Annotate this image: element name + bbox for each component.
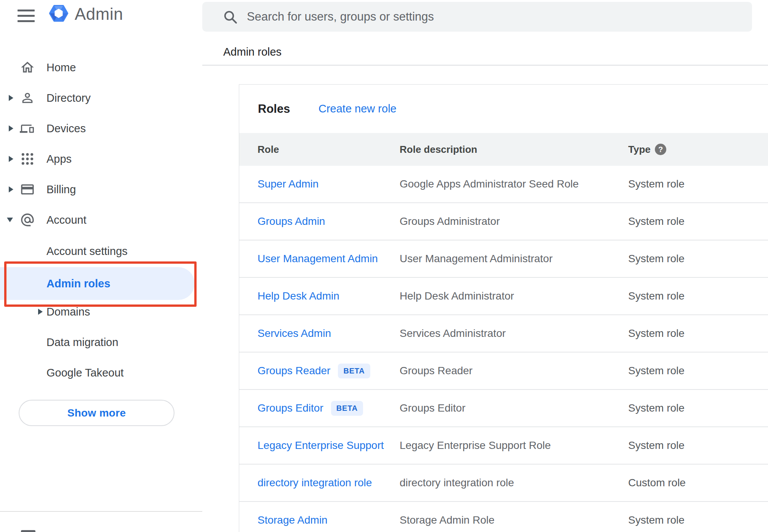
chevron-right-icon[interactable]	[9, 125, 13, 131]
billing-icon	[19, 181, 36, 198]
role-cell: Groups EditorBETA	[258, 390, 363, 426]
breadcrumb: Admin roles	[223, 46, 282, 58]
sidebar-item-label: Data migration	[46, 336, 118, 349]
role-type-cell: System role	[628, 502, 685, 532]
beta-badge: BETA	[331, 401, 363, 416]
column-header-type: Type	[628, 133, 651, 166]
role-cell: directory integration role	[258, 465, 372, 501]
role-description-cell: Google Apps Administrator Seed Role	[400, 166, 579, 202]
role-cell: Super Admin	[258, 166, 318, 202]
role-cell: Groups Admin	[258, 203, 325, 240]
sidebar-item-label: Account	[46, 214, 86, 226]
table-row-groups-admin: Groups AdminGroups AdministratorSystem r…	[239, 203, 768, 240]
sidebar-item-account-settings[interactable]: Account settings	[0, 236, 202, 266]
chevron-right-icon[interactable]	[9, 95, 13, 101]
sidebar-item-account[interactable]: Account	[0, 205, 202, 235]
sidebar-item-label: Devices	[46, 122, 86, 135]
content-divider	[202, 65, 768, 66]
sidebar-item-apps[interactable]: Apps	[0, 144, 202, 174]
role-type-cell: System role	[628, 278, 685, 314]
sidebar-item-label: Google Takeout	[46, 367, 124, 379]
role-type-cell: System role	[628, 427, 685, 464]
role-cell: Help Desk Admin	[258, 278, 339, 314]
sidebar-item-devices[interactable]: Devices	[0, 113, 202, 144]
role-description-cell: Groups Editor	[400, 390, 466, 426]
role-link[interactable]: Legacy Enterprise Support	[258, 439, 384, 452]
role-cell: Storage Admin	[258, 502, 328, 532]
directory-icon	[19, 90, 36, 106]
table-row-directory-integration-role: directory integration roledirectory inte…	[239, 465, 768, 502]
sidebar-divider	[0, 511, 202, 512]
role-description-cell: Groups Reader	[400, 353, 472, 389]
role-link[interactable]: Groups Reader	[258, 365, 330, 377]
search-icon	[222, 9, 238, 25]
beta-badge: BETA	[338, 364, 370, 378]
sidebar-item-label: Account settings	[46, 245, 128, 258]
partial-bottom-icon	[21, 530, 35, 532]
home-icon	[19, 59, 36, 76]
role-link[interactable]: Super Admin	[258, 178, 318, 190]
role-type-cell: Custom role	[628, 465, 686, 501]
sidebar-item-data-migration[interactable]: Data migration	[0, 327, 202, 357]
sidebar-item-label: Directory	[46, 92, 91, 104]
role-link[interactable]: Help Desk Admin	[258, 290, 339, 302]
card-title: Roles	[258, 85, 290, 133]
role-type-cell: System role	[628, 353, 685, 389]
sidebar-item-label: Billing	[46, 183, 76, 196]
sidebar-item-billing[interactable]: Billing	[0, 174, 202, 205]
column-header-role: Role	[258, 133, 279, 166]
role-link[interactable]: User Management Admin	[258, 253, 378, 265]
table-row-groups-editor: Groups EditorBETAGroups EditorSystem rol…	[239, 390, 768, 427]
sidebar-item-label: Domains	[46, 306, 90, 318]
role-description-cell: Help Desk Administrator	[400, 278, 514, 314]
table-header: Role Role description Type ?	[239, 133, 768, 166]
role-description-cell: directory integration role	[400, 465, 514, 501]
role-link[interactable]: Groups Editor	[258, 402, 323, 414]
chevron-right-icon[interactable]	[9, 156, 13, 162]
role-cell: Legacy Enterprise Support	[258, 427, 384, 464]
sidebar-item-home[interactable]: Home	[0, 52, 202, 83]
role-type-cell: System role	[628, 240, 685, 277]
table-row-help-desk-admin: Help Desk AdminHelp Desk AdministratorSy…	[239, 278, 768, 315]
show-more-label: Show more	[67, 407, 126, 419]
table-row-legacy-enterprise-support: Legacy Enterprise SupportLegacy Enterpri…	[239, 427, 768, 465]
column-header-role-description: Role description	[400, 133, 477, 166]
sidebar: HomeDirectoryDevicesAppsBillingAccountAc…	[0, 0, 202, 532]
table-body: Super AdminGoogle Apps Administrator See…	[239, 166, 768, 532]
sidebar-item-admin-roles[interactable]: Admin roles	[0, 268, 202, 299]
table-row-groups-reader: Groups ReaderBETAGroups ReaderSystem rol…	[239, 353, 768, 390]
role-description-cell: Storage Admin Role	[400, 502, 494, 532]
help-icon[interactable]: ?	[655, 144, 666, 155]
role-link[interactable]: Groups Admin	[258, 215, 325, 228]
role-description-cell: Legacy Enterprise Support Role	[400, 427, 551, 464]
role-type-cell: System role	[628, 203, 685, 240]
role-description-cell: Services Administrator	[400, 315, 506, 352]
sidebar-item-google-takeout[interactable]: Google Takeout	[0, 357, 202, 388]
role-link[interactable]: directory integration role	[258, 477, 372, 489]
table-row-super-admin: Super AdminGoogle Apps Administrator See…	[239, 166, 768, 203]
apps-icon	[19, 151, 36, 167]
table-row-services-admin: Services AdminServices AdministratorSyst…	[239, 315, 768, 353]
chevron-down-icon[interactable]	[7, 218, 13, 222]
role-cell: User Management Admin	[258, 240, 378, 277]
roles-card: Roles Create new role Role Role descript…	[239, 84, 768, 532]
role-link[interactable]: Storage Admin	[258, 514, 328, 526]
create-new-role-link[interactable]: Create new role	[318, 85, 397, 133]
role-description-cell: Groups Administrator	[400, 203, 500, 240]
chevron-right-icon[interactable]	[38, 309, 43, 315]
chevron-right-icon[interactable]	[9, 186, 13, 192]
sidebar-item-directory[interactable]: Directory	[0, 83, 202, 113]
role-type-cell: System role	[628, 315, 685, 352]
sidebar-item-domains[interactable]: Domains	[0, 296, 202, 327]
account-icon	[19, 212, 36, 228]
devices-icon	[19, 120, 36, 137]
sidebar-item-label: Home	[46, 61, 76, 74]
search-input[interactable]: Search for users, groups or settings	[202, 2, 752, 32]
role-cell: Groups ReaderBETA	[258, 353, 370, 389]
show-more-button[interactable]: Show more	[19, 400, 174, 426]
role-cell: Services Admin	[258, 315, 331, 352]
role-type-cell: System role	[628, 390, 685, 426]
sidebar-item-label: Admin roles	[46, 277, 110, 290]
role-link[interactable]: Services Admin	[258, 327, 331, 340]
search-placeholder: Search for users, groups or settings	[247, 2, 434, 32]
